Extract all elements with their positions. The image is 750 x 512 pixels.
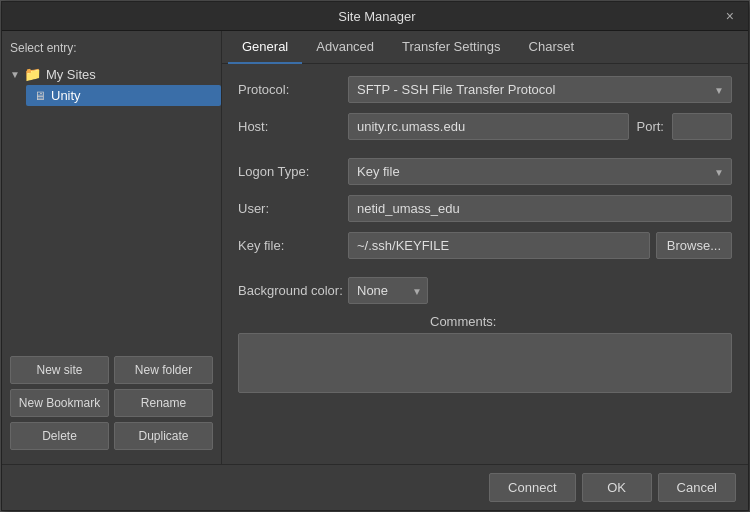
site-manager-dialog: Site Manager × Select entry: ▼ 📁 My Site… — [1, 1, 749, 511]
tree-item-unity[interactable]: 🖥 Unity — [26, 85, 221, 106]
tree-item-label: Unity — [51, 88, 81, 103]
browse-button[interactable]: Browse... — [656, 232, 732, 259]
select-entry-label: Select entry: — [2, 37, 221, 61]
keyfile-group: Browse... — [348, 232, 732, 259]
new-folder-button[interactable]: New folder — [114, 356, 213, 384]
comments-textarea[interactable] — [238, 333, 732, 393]
port-label: Port: — [637, 119, 664, 134]
new-bookmark-button[interactable]: New Bookmark — [10, 389, 109, 417]
protocol-label: Protocol: — [238, 82, 348, 97]
host-label: Host: — [238, 119, 348, 134]
tree-children: 🖥 Unity — [2, 85, 221, 106]
server-icon: 🖥 — [34, 89, 46, 103]
tab-charset[interactable]: Charset — [515, 31, 589, 64]
dialog-title: Site Manager — [32, 9, 722, 24]
folder-icon: 📁 — [24, 66, 41, 82]
comments-row: Comments: — [238, 314, 732, 393]
cancel-button[interactable]: Cancel — [658, 473, 736, 502]
logon-type-select[interactable]: Key file — [348, 158, 732, 185]
bgcolor-row: Background color: None — [238, 277, 732, 304]
rename-button[interactable]: Rename — [114, 389, 213, 417]
tab-general[interactable]: General — [228, 31, 302, 64]
host-input[interactable] — [348, 113, 629, 140]
tab-advanced[interactable]: Advanced — [302, 31, 388, 64]
tab-content-general: Protocol: SFTP - SSH File Transfer Proto… — [222, 64, 748, 464]
protocol-select[interactable]: SFTP - SSH File Transfer Protocol — [348, 76, 732, 103]
tab-transfer-settings[interactable]: Transfer Settings — [388, 31, 515, 64]
tree-folder-label: My Sites — [46, 67, 96, 82]
user-label: User: — [238, 201, 348, 216]
keyfile-row: Key file: Browse... — [238, 232, 732, 259]
close-button[interactable]: × — [722, 8, 738, 24]
bgcolor-group: None — [348, 277, 428, 304]
ok-button[interactable]: OK — [582, 473, 652, 502]
logon-type-label: Logon Type: — [238, 164, 348, 179]
bgcolor-select-wrapper: None — [348, 277, 428, 304]
keyfile-input[interactable] — [348, 232, 650, 259]
port-input[interactable] — [672, 113, 732, 140]
keyfile-label: Key file: — [238, 238, 348, 253]
user-row: User: — [238, 195, 732, 222]
connect-button[interactable]: Connect — [489, 473, 575, 502]
logon-type-row: Logon Type: Key file — [238, 158, 732, 185]
bgcolor-label: Background color: — [238, 283, 348, 298]
tabs: General Advanced Transfer Settings Chars… — [222, 31, 748, 64]
protocol-row: Protocol: SFTP - SSH File Transfer Proto… — [238, 76, 732, 103]
left-panel: Select entry: ▼ 📁 My Sites 🖥 Unity New s… — [2, 31, 222, 464]
tree-area: ▼ 📁 My Sites 🖥 Unity — [2, 61, 221, 348]
new-site-button[interactable]: New site — [10, 356, 109, 384]
tree-arrow-icon: ▼ — [10, 69, 20, 80]
comments-label: Comments: — [430, 314, 540, 329]
dialog-body: Select entry: ▼ 📁 My Sites 🖥 Unity New s… — [2, 31, 748, 464]
tree-folder-my-sites[interactable]: ▼ 📁 My Sites — [2, 63, 221, 85]
title-bar: Site Manager × — [2, 2, 748, 31]
host-row: Host: Port: — [238, 113, 732, 140]
bgcolor-select[interactable]: None — [348, 277, 428, 304]
user-input[interactable] — [348, 195, 732, 222]
delete-button[interactable]: Delete — [10, 422, 109, 450]
dialog-footer: Connect OK Cancel — [2, 464, 748, 510]
duplicate-button[interactable]: Duplicate — [114, 422, 213, 450]
right-panel: General Advanced Transfer Settings Chars… — [222, 31, 748, 464]
logon-type-select-wrapper: Key file — [348, 158, 732, 185]
protocol-select-wrapper: SFTP - SSH File Transfer Protocol — [348, 76, 732, 103]
left-buttons: New site New folder New Bookmark Rename … — [2, 348, 221, 458]
host-port-group: Port: — [348, 113, 732, 140]
